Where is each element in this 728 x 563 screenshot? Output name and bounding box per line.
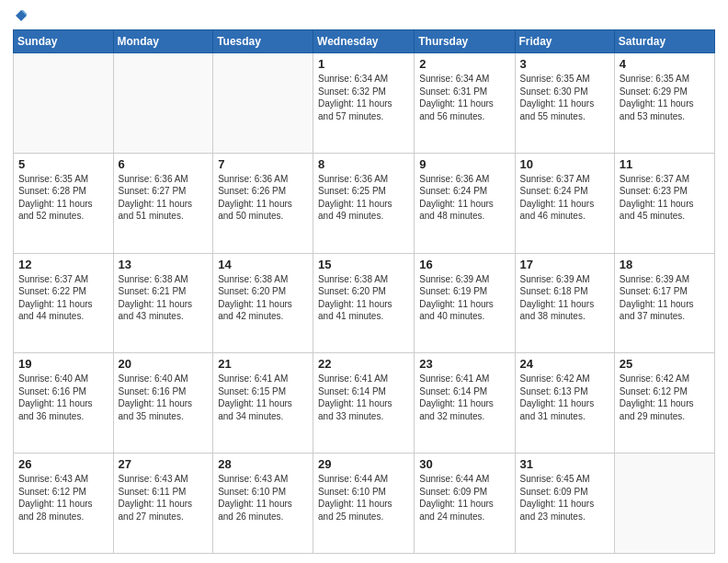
day-number: 23 <box>419 357 509 371</box>
calendar-cell: 29Sunrise: 6:44 AM Sunset: 6:10 PM Dayli… <box>313 454 415 554</box>
day-info: Sunrise: 6:37 AM Sunset: 6:23 PM Dayligh… <box>620 173 710 223</box>
day-number: 25 <box>620 357 710 371</box>
calendar-cell: 11Sunrise: 6:37 AM Sunset: 6:23 PM Dayli… <box>614 153 714 253</box>
calendar-header-wednesday: Wednesday <box>313 30 415 53</box>
calendar-week-0: 1Sunrise: 6:34 AM Sunset: 6:32 PM Daylig… <box>14 53 715 154</box>
calendar-cell <box>113 53 213 154</box>
day-info: Sunrise: 6:41 AM Sunset: 6:15 PM Dayligh… <box>218 373 308 422</box>
calendar-cell: 2Sunrise: 6:34 AM Sunset: 6:31 PM Daylig… <box>415 53 515 154</box>
day-number: 9 <box>419 157 509 171</box>
day-number: 19 <box>18 357 108 371</box>
calendar-cell: 15Sunrise: 6:38 AM Sunset: 6:20 PM Dayli… <box>313 253 415 353</box>
calendar-cell: 5Sunrise: 6:35 AM Sunset: 6:28 PM Daylig… <box>14 153 114 253</box>
calendar-cell: 14Sunrise: 6:38 AM Sunset: 6:20 PM Dayli… <box>213 253 313 353</box>
calendar-cell: 25Sunrise: 6:42 AM Sunset: 6:12 PM Dayli… <box>614 353 714 454</box>
day-number: 17 <box>520 258 609 271</box>
calendar-header-sunday: Sunday <box>14 30 114 53</box>
calendar-header-tuesday: Tuesday <box>213 30 313 53</box>
day-number: 31 <box>520 457 609 471</box>
calendar-cell: 3Sunrise: 6:35 AM Sunset: 6:30 PM Daylig… <box>515 53 614 154</box>
calendar-cell <box>213 53 313 154</box>
calendar-cell: 20Sunrise: 6:40 AM Sunset: 6:16 PM Dayli… <box>113 353 213 454</box>
day-number: 21 <box>218 357 308 371</box>
calendar-cell: 6Sunrise: 6:36 AM Sunset: 6:27 PM Daylig… <box>113 153 213 253</box>
calendar-header-friday: Friday <box>515 30 614 53</box>
day-info: Sunrise: 6:39 AM Sunset: 6:19 PM Dayligh… <box>419 273 509 323</box>
calendar-cell: 21Sunrise: 6:41 AM Sunset: 6:15 PM Dayli… <box>213 353 313 454</box>
day-number: 22 <box>318 357 409 371</box>
calendar-cell <box>14 53 114 154</box>
calendar-cell: 23Sunrise: 6:41 AM Sunset: 6:14 PM Dayli… <box>415 353 515 454</box>
day-info: Sunrise: 6:43 AM Sunset: 6:10 PM Dayligh… <box>218 473 308 523</box>
calendar-cell: 31Sunrise: 6:45 AM Sunset: 6:09 PM Dayli… <box>515 454 614 554</box>
logo <box>13 9 28 22</box>
calendar-cell: 1Sunrise: 6:34 AM Sunset: 6:32 PM Daylig… <box>313 53 415 154</box>
calendar-cell: 26Sunrise: 6:43 AM Sunset: 6:12 PM Dayli… <box>14 454 114 554</box>
day-info: Sunrise: 6:38 AM Sunset: 6:20 PM Dayligh… <box>218 273 308 323</box>
svg-marker-0 <box>16 10 27 21</box>
logo-icon <box>15 9 28 22</box>
calendar-header-monday: Monday <box>113 30 213 53</box>
day-info: Sunrise: 6:43 AM Sunset: 6:12 PM Dayligh… <box>18 473 108 523</box>
day-number: 27 <box>119 457 209 471</box>
day-number: 29 <box>318 457 409 471</box>
calendar-cell: 28Sunrise: 6:43 AM Sunset: 6:10 PM Dayli… <box>213 454 313 554</box>
calendar-header-saturday: Saturday <box>614 30 714 53</box>
day-number: 30 <box>419 457 509 471</box>
day-info: Sunrise: 6:36 AM Sunset: 6:24 PM Dayligh… <box>419 173 509 223</box>
day-number: 28 <box>218 457 308 471</box>
day-number: 1 <box>318 57 409 71</box>
day-info: Sunrise: 6:35 AM Sunset: 6:28 PM Dayligh… <box>18 173 108 223</box>
calendar-cell: 8Sunrise: 6:36 AM Sunset: 6:25 PM Daylig… <box>313 153 415 253</box>
day-number: 11 <box>620 157 710 171</box>
calendar-cell: 9Sunrise: 6:36 AM Sunset: 6:24 PM Daylig… <box>415 153 515 253</box>
day-number: 14 <box>218 258 308 271</box>
calendar-cell: 17Sunrise: 6:39 AM Sunset: 6:18 PM Dayli… <box>515 253 614 353</box>
day-number: 3 <box>520 57 609 71</box>
page: SundayMondayTuesdayWednesdayThursdayFrid… <box>0 0 728 563</box>
calendar-cell: 4Sunrise: 6:35 AM Sunset: 6:29 PM Daylig… <box>614 53 714 154</box>
day-info: Sunrise: 6:40 AM Sunset: 6:16 PM Dayligh… <box>119 373 209 422</box>
day-info: Sunrise: 6:43 AM Sunset: 6:11 PM Dayligh… <box>119 473 209 523</box>
day-number: 4 <box>620 57 710 71</box>
header <box>13 9 715 22</box>
day-number: 2 <box>419 57 509 71</box>
day-info: Sunrise: 6:38 AM Sunset: 6:21 PM Dayligh… <box>119 273 209 323</box>
calendar-cell: 22Sunrise: 6:41 AM Sunset: 6:14 PM Dayli… <box>313 353 415 454</box>
calendar-cell: 27Sunrise: 6:43 AM Sunset: 6:11 PM Dayli… <box>113 454 213 554</box>
calendar-header-row: SundayMondayTuesdayWednesdayThursdayFrid… <box>14 30 715 53</box>
day-info: Sunrise: 6:39 AM Sunset: 6:18 PM Dayligh… <box>520 273 609 323</box>
calendar-week-4: 26Sunrise: 6:43 AM Sunset: 6:12 PM Dayli… <box>14 454 715 554</box>
day-number: 7 <box>218 157 308 171</box>
day-info: Sunrise: 6:35 AM Sunset: 6:29 PM Dayligh… <box>620 73 710 122</box>
calendar-cell <box>614 454 714 554</box>
day-number: 24 <box>520 357 609 371</box>
calendar-header-thursday: Thursday <box>415 30 515 53</box>
calendar-cell: 18Sunrise: 6:39 AM Sunset: 6:17 PM Dayli… <box>614 253 714 353</box>
day-number: 15 <box>318 258 409 271</box>
day-number: 20 <box>119 357 209 371</box>
day-info: Sunrise: 6:36 AM Sunset: 6:25 PM Dayligh… <box>318 173 409 223</box>
day-number: 16 <box>419 258 509 271</box>
day-info: Sunrise: 6:34 AM Sunset: 6:32 PM Dayligh… <box>318 73 409 122</box>
calendar-cell: 12Sunrise: 6:37 AM Sunset: 6:22 PM Dayli… <box>14 253 114 353</box>
day-info: Sunrise: 6:45 AM Sunset: 6:09 PM Dayligh… <box>520 473 609 523</box>
day-info: Sunrise: 6:38 AM Sunset: 6:20 PM Dayligh… <box>318 273 409 323</box>
day-info: Sunrise: 6:40 AM Sunset: 6:16 PM Dayligh… <box>18 373 108 422</box>
day-info: Sunrise: 6:42 AM Sunset: 6:12 PM Dayligh… <box>620 373 710 422</box>
calendar-cell: 13Sunrise: 6:38 AM Sunset: 6:21 PM Dayli… <box>113 253 213 353</box>
calendar-cell: 16Sunrise: 6:39 AM Sunset: 6:19 PM Dayli… <box>415 253 515 353</box>
calendar-week-2: 12Sunrise: 6:37 AM Sunset: 6:22 PM Dayli… <box>14 253 715 353</box>
day-info: Sunrise: 6:35 AM Sunset: 6:30 PM Dayligh… <box>520 73 609 122</box>
day-info: Sunrise: 6:41 AM Sunset: 6:14 PM Dayligh… <box>419 373 509 422</box>
calendar-table: SundayMondayTuesdayWednesdayThursdayFrid… <box>13 29 715 554</box>
day-info: Sunrise: 6:42 AM Sunset: 6:13 PM Dayligh… <box>520 373 609 422</box>
day-number: 13 <box>119 258 209 271</box>
day-info: Sunrise: 6:37 AM Sunset: 6:22 PM Dayligh… <box>18 273 108 323</box>
day-number: 8 <box>318 157 409 171</box>
day-number: 10 <box>520 157 609 171</box>
day-number: 18 <box>620 258 710 271</box>
day-info: Sunrise: 6:36 AM Sunset: 6:26 PM Dayligh… <box>218 173 308 223</box>
calendar-cell: 19Sunrise: 6:40 AM Sunset: 6:16 PM Dayli… <box>14 353 114 454</box>
calendar-cell: 7Sunrise: 6:36 AM Sunset: 6:26 PM Daylig… <box>213 153 313 253</box>
